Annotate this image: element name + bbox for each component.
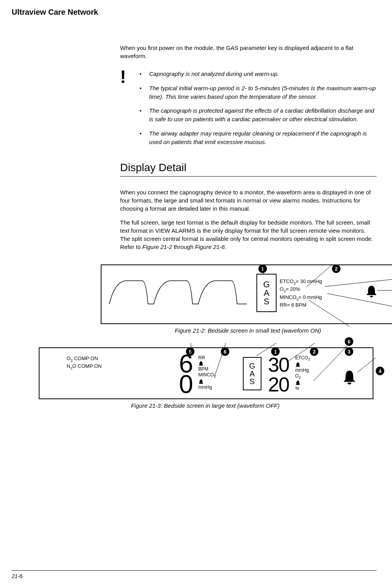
figure-21-3: 5 6 1 2 3 4 O2 COMP ON N2O COMP ON 6 0 R… xyxy=(39,347,387,399)
figure-caption-2: Figure 21-3: Bedside screen in large tex… xyxy=(39,402,372,409)
page-number: 21-6 xyxy=(12,570,377,579)
big-number: 0 xyxy=(179,374,192,395)
minco2-value: = 0 mmHg xyxy=(299,294,322,300)
capnography-waveform xyxy=(107,277,251,312)
alert-item: •Capnography is not analyzed during unit… xyxy=(139,70,377,78)
callout-4b: 4 xyxy=(376,367,384,375)
page-header: Ultraview Care Network xyxy=(12,8,377,17)
body-paragraph: The full screen, large text format is th… xyxy=(120,218,377,251)
rr-value: RR= 6 BPM xyxy=(280,302,322,309)
alert-text: The airway adapter may require regular c… xyxy=(149,129,377,146)
monitor-screen-small: G A S ETCO2= 30 mmHg O2= 20% MINCO2= 0 m… xyxy=(101,264,392,324)
bpm-label: BPM xyxy=(198,366,216,372)
o2-label: O xyxy=(295,373,299,379)
callout-6: 6 xyxy=(345,337,353,346)
body-text: . xyxy=(225,244,226,250)
etco2-label: ETCO xyxy=(280,278,294,284)
rr-value-large: 6 0 xyxy=(179,354,192,395)
parameter-readings: ETCO2= 30 mmHg O2= 20% MINCO2= 0 mmHg RR… xyxy=(280,278,322,309)
svg-line-2 xyxy=(325,279,392,287)
o2-label: O xyxy=(280,286,284,292)
alert-text: The typical initial warm-up period is 2-… xyxy=(149,84,377,101)
body-text: through xyxy=(172,244,195,250)
figure-ref: Figure 21-6 xyxy=(195,244,225,250)
o2-comp-text: COMP ON xyxy=(73,355,98,361)
bell-icon xyxy=(342,369,357,385)
bell-icon xyxy=(295,380,301,386)
rr-label: RR xyxy=(198,355,216,360)
svg-line-7 xyxy=(215,343,226,376)
figure-ref: Figure 21-2 xyxy=(143,244,172,250)
intro-paragraph: When you first power on the module, the … xyxy=(120,44,377,60)
monitor-screen-large: O2 COMP ON N2O COMP ON 6 0 RR BPM MINCO2… xyxy=(39,347,373,399)
alert-item: •The typical initial warm-up period is 2… xyxy=(139,84,377,101)
mmhg-label: mmHg xyxy=(198,384,216,390)
gas-letter: G xyxy=(249,362,255,370)
exclamation-icon: ! xyxy=(120,70,139,152)
section-title: Display Detail xyxy=(120,161,377,177)
o2-comp-label: O xyxy=(67,355,70,361)
gas-letter: S xyxy=(249,378,254,385)
gas-letter: A xyxy=(264,289,270,297)
alert-item: •The airway adapter may require regular … xyxy=(139,129,377,146)
gas-parameter-key[interactable]: G A S xyxy=(243,357,261,390)
svg-line-4 xyxy=(327,294,392,307)
svg-line-11 xyxy=(357,358,376,372)
o2-value-large: 20 xyxy=(268,374,289,395)
percent-label: % xyxy=(295,386,310,391)
alert-item: •The capnograph is protected against the… xyxy=(139,106,377,124)
figure-caption: Figure 21-2: Bedside screen in small tex… xyxy=(101,327,392,334)
gas-letter: S xyxy=(264,297,270,306)
gas-letter: A xyxy=(249,370,254,378)
mmhg-label: mmHg xyxy=(295,367,310,373)
bell-icon xyxy=(198,379,204,384)
bell-icon xyxy=(198,361,204,366)
rr-unit-block: RR BPM MINCO2 mmHg xyxy=(198,355,216,390)
gas-parameter-key[interactable]: G A S xyxy=(256,274,277,312)
o2-value: = 20% xyxy=(286,286,300,292)
bell-icon xyxy=(365,285,378,298)
figure-21-2: 1 2 G A S ETCO2= 30 mmHg O2= 20% MINCO2=… xyxy=(101,264,392,324)
alert-text: Capnography is not analyzed during unit … xyxy=(149,70,279,78)
etco2-unit-block: ETCO2 mmHg O2 % xyxy=(295,355,310,391)
minco2-label: MINCO xyxy=(198,372,214,378)
etco2-label: ETCO xyxy=(295,355,308,360)
body-paragraph: When you connect the capnography device … xyxy=(120,188,377,213)
etco2-value: = 30 mmHg xyxy=(296,278,322,284)
bell-icon xyxy=(295,362,301,367)
minco2-label: MINCO xyxy=(280,294,296,300)
alert-block: ! •Capnography is not analyzed during un… xyxy=(120,70,377,152)
n2o-comp-text: O COMP ON xyxy=(72,363,102,369)
comp-status: O2 COMP ON N2O COMP ON xyxy=(67,355,101,371)
gas-letter: G xyxy=(263,280,270,289)
n2o-comp-label: N xyxy=(67,363,70,369)
alert-text: The capnograph is protected against the … xyxy=(149,106,377,124)
etco2-value-large: 30 xyxy=(268,355,289,375)
